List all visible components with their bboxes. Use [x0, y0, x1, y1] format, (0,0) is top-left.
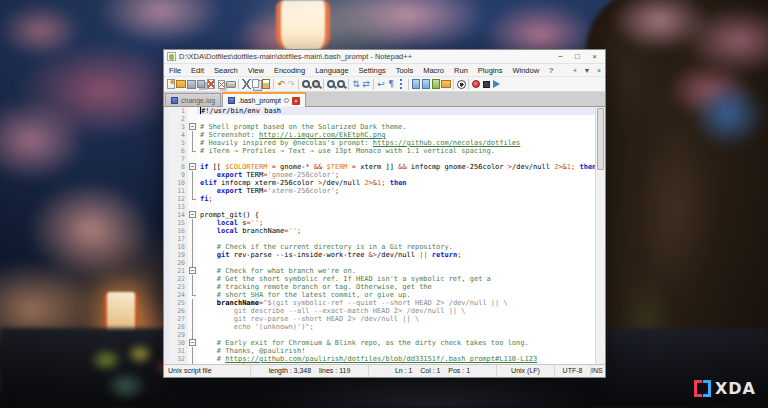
new-file-icon[interactable] — [166, 78, 176, 91]
fold-collapse-icon[interactable] — [189, 339, 196, 346]
fold-collapse-icon[interactable] — [189, 163, 196, 170]
menu-item-tools[interactable]: Tools — [391, 64, 419, 77]
save-icon[interactable] — [186, 78, 196, 91]
code-line[interactable]: 9 export TERM='gnome-256color'; — [164, 171, 595, 179]
menu-item-encoding[interactable]: Encoding — [269, 64, 310, 77]
code-line[interactable]: 17 — [164, 235, 595, 243]
monitoring-eye-icon[interactable] — [456, 78, 466, 91]
code-line[interactable]: 2 — [164, 115, 595, 123]
fold-collapse-icon[interactable] — [189, 123, 196, 130]
fold-margin[interactable] — [188, 123, 197, 131]
tab-new-button[interactable]: + — [569, 64, 581, 77]
tab-list-button[interactable]: ▼ — [581, 64, 593, 77]
scrollbar-thumb[interactable] — [597, 108, 604, 170]
code-editor[interactable]: 1#!/usr/bin/env bash23# Shell prompt bas… — [164, 107, 605, 364]
code-line[interactable]: 12fi; — [164, 195, 595, 203]
code-line[interactable]: 3# Shell prompt based on the Solarized D… — [164, 123, 595, 131]
menu-item-edit[interactable]: Edit — [186, 64, 209, 77]
code-line[interactable]: 5# Heavily inspired by @necolas's prompt… — [164, 139, 595, 147]
code-line[interactable]: 26 git describe --all --exact-match HEAD… — [164, 307, 595, 315]
code-line[interactable]: 28 echo '(unknown)')"; — [164, 323, 595, 331]
copy-icon[interactable] — [251, 78, 261, 91]
title-bar[interactable]: D:\XDA\Dotfiles\dotfiles-main\dotfiles-m… — [164, 50, 605, 64]
menu-item-settings[interactable]: Settings — [354, 64, 391, 77]
code-line[interactable]: 10elif infocmp xterm-256color >/dev/null… — [164, 179, 595, 187]
zoom-out-icon[interactable] — [336, 78, 346, 91]
paste-icon[interactable] — [261, 78, 271, 91]
code-line[interactable]: 15 local s=''; — [164, 219, 595, 227]
code-text: # Check if the current directory is in a… — [197, 243, 595, 251]
fold-collapse-icon[interactable] — [189, 211, 196, 218]
code-line[interactable]: 16 local branchName=''; — [164, 227, 595, 235]
function-list-icon[interactable] — [411, 78, 421, 91]
menu-item-file[interactable]: File — [164, 64, 186, 77]
menu-item-run[interactable]: Run — [449, 64, 473, 77]
vertical-scrollbar[interactable] — [595, 107, 605, 364]
menu-item-language[interactable]: Language — [310, 64, 353, 77]
record-macro-icon[interactable] — [471, 78, 481, 91]
print-icon[interactable] — [226, 78, 236, 91]
code-line[interactable]: 22 # Get the short symbolic ref. If HEAD… — [164, 275, 595, 283]
stop-macro-icon[interactable] — [481, 78, 491, 91]
document-list-icon[interactable] — [431, 78, 441, 91]
fold-margin[interactable] — [188, 339, 197, 347]
show-all-characters-icon[interactable]: ¶ — [386, 78, 396, 91]
folder-as-workspace-icon[interactable] — [441, 78, 451, 91]
code-line[interactable]: 11 export TERM='xterm-256color'; — [164, 187, 595, 195]
code-line[interactable]: 29 — [164, 331, 595, 339]
code-line[interactable]: 31 # Thanks, @paulirish! — [164, 347, 595, 355]
close-button[interactable]: × — [586, 50, 603, 63]
menu-item-[interactable]: ? — [544, 64, 558, 77]
code-line[interactable]: 1#!/usr/bin/env bash — [164, 107, 595, 115]
fold-collapse-icon[interactable] — [189, 267, 196, 274]
code-line[interactable]: 7 — [164, 155, 595, 163]
menu-item-view[interactable]: View — [243, 64, 269, 77]
code-line[interactable]: 8if [[ $COLORTERM = gnome-* && $TERM = x… — [164, 163, 595, 171]
menu-item-window[interactable]: Window — [507, 64, 544, 77]
pin-icon[interactable] — [284, 98, 289, 103]
menu-item-macro[interactable]: Macro — [418, 64, 449, 77]
code-line[interactable]: 19 git rev-parse --is-inside-work-tree &… — [164, 251, 595, 259]
sync-horizontal-icon[interactable]: ⇄ — [361, 78, 371, 91]
code-line[interactable]: 6# iTerm → Profiles → Text → use 13pt Mo… — [164, 147, 595, 155]
code-line[interactable]: 25 branchName="$(git symbolic-ref --quie… — [164, 299, 595, 307]
playback-macro-icon[interactable] — [491, 78, 501, 91]
code-line[interactable]: 4# Screenshot: http://i.imgur.com/EkEtph… — [164, 131, 595, 139]
code-line[interactable]: 33 repoUrl="$(git config --get remote.or… — [164, 363, 595, 364]
sync-vertical-icon[interactable]: ⇅ — [351, 78, 361, 91]
redo-icon[interactable]: ↷ — [286, 78, 296, 91]
undo-icon[interactable]: ↶ — [276, 78, 286, 91]
tab-change-log[interactable]: change.log — [165, 93, 221, 106]
zoom-in-icon[interactable] — [326, 78, 336, 91]
fold-margin[interactable] — [188, 211, 197, 219]
indent-guide-icon[interactable] — [396, 78, 406, 91]
word-wrap-icon[interactable]: ↩ — [376, 78, 386, 91]
tab-bash-prompt[interactable]: .bash_prompt× — [222, 92, 306, 107]
code-line[interactable]: 18 # Check if the current directory is i… — [164, 243, 595, 251]
open-folder-icon[interactable] — [176, 78, 186, 91]
document-map-icon[interactable] — [421, 78, 431, 91]
code-line[interactable]: 13 — [164, 203, 595, 211]
close-all-icon[interactable] — [216, 78, 226, 91]
menu-item-plugins[interactable]: Plugins — [473, 64, 508, 77]
code-line[interactable]: 24 # short SHA for the latest commit, or… — [164, 291, 595, 299]
fold-margin[interactable] — [188, 267, 197, 275]
replace-icon[interactable] — [311, 78, 321, 91]
code-line[interactable]: 14prompt_git() { — [164, 211, 595, 219]
code-line[interactable]: 32 # https://github.com/paulirish/dotfil… — [164, 355, 595, 363]
tab-close-icon[interactable]: × — [292, 97, 300, 105]
tab-close-button[interactable]: × — [593, 64, 605, 77]
menu-item-search[interactable]: Search — [209, 64, 243, 77]
maximize-button[interactable]: □ — [569, 50, 586, 63]
code-line[interactable]: 20 — [164, 259, 595, 267]
fold-margin[interactable] — [188, 163, 197, 171]
code-line[interactable]: 27 git rev-parse --short HEAD 2> /dev/nu… — [164, 315, 595, 323]
code-line[interactable]: 30 # Early exit for Chromium & Blink rep… — [164, 339, 595, 347]
save-all-icon[interactable] — [196, 78, 206, 91]
minimize-button[interactable]: − — [552, 50, 569, 63]
cut-icon[interactable] — [241, 78, 251, 91]
code-line[interactable]: 23 # tracking remote branch or tag. Othe… — [164, 283, 595, 291]
close-icon[interactable] — [206, 78, 216, 91]
find-icon[interactable] — [301, 78, 311, 91]
code-line[interactable]: 21 # Check for what branch we're on. — [164, 267, 595, 275]
